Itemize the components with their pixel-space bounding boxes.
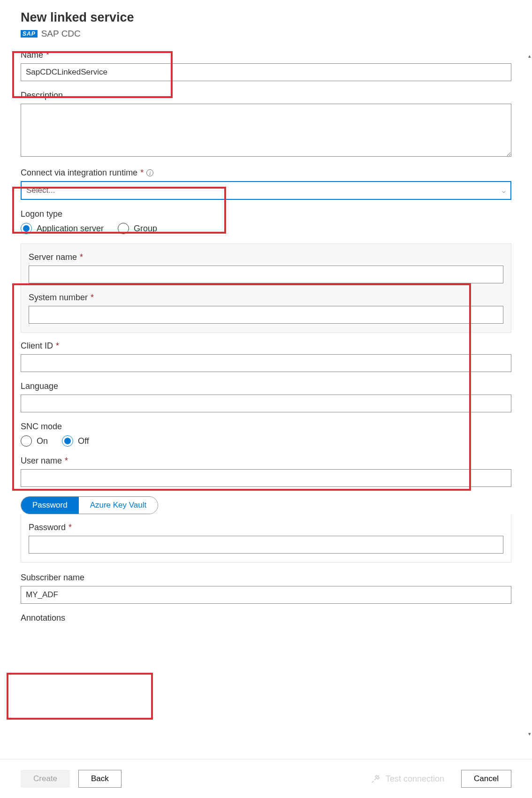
password-input[interactable]: [29, 536, 503, 554]
integration-runtime-placeholder: Select...: [26, 186, 55, 195]
required-asterisk: *: [68, 523, 72, 532]
scroll-down-arrow-icon: ▾: [528, 731, 531, 737]
user-name-label: User name: [21, 456, 62, 466]
language-field: Language: [21, 381, 511, 412]
logon-type-app-label: Application server: [37, 224, 104, 234]
logon-type-field: Logon type Application server Group: [21, 209, 511, 234]
integration-runtime-label: Connect via integration runtime: [21, 168, 137, 178]
logon-type-group-label: Group: [134, 224, 157, 234]
create-button[interactable]: Create: [21, 770, 70, 788]
radio-icon: [21, 435, 32, 447]
radio-icon: [118, 223, 129, 234]
form-scroll-area[interactable]: New linked service SAP SAP CDC Name * De…: [0, 0, 532, 740]
scroll-up-arrow-icon: ▴: [528, 53, 531, 59]
radio-icon: [21, 223, 32, 234]
back-button[interactable]: Back: [78, 770, 122, 788]
test-connection-button[interactable]: Test connection: [371, 774, 444, 784]
radio-icon: [62, 435, 73, 447]
snc-off-label: Off: [78, 436, 89, 446]
connector-name: SAP CDC: [41, 29, 81, 39]
required-asterisk: *: [65, 456, 68, 466]
server-name-input[interactable]: [29, 266, 503, 283]
logon-type-label: Logon type: [21, 209, 62, 219]
subscriber-name-input[interactable]: [21, 586, 511, 604]
language-input[interactable]: [21, 395, 511, 412]
system-number-label: System number: [29, 293, 88, 303]
plug-icon: [371, 774, 381, 784]
description-label: Description: [21, 91, 63, 100]
logon-type-app-server-radio[interactable]: Application server: [21, 223, 104, 234]
required-asterisk: *: [46, 50, 49, 60]
user-name-field: User name *: [21, 456, 511, 487]
test-connection-label: Test connection: [386, 774, 444, 784]
name-label: Name: [21, 50, 43, 60]
highlight-box: [7, 673, 153, 720]
server-name-field: Server name *: [29, 252, 503, 283]
required-asterisk: *: [91, 293, 94, 303]
server-details-box: Server name * System number *: [21, 243, 511, 333]
description-field: Description: [21, 91, 511, 159]
password-box: Password *: [21, 514, 511, 562]
snc-mode-label: SNC mode: [21, 422, 62, 432]
client-id-label: Client ID: [21, 341, 53, 351]
server-name-label: Server name: [29, 252, 77, 262]
password-label: Password: [29, 523, 66, 532]
annotations-field: Annotations: [21, 613, 511, 623]
page-title: New linked service: [21, 10, 511, 25]
chevron-down-icon: ⌵: [502, 187, 506, 194]
subscriber-name-label: Subscriber name: [21, 573, 84, 583]
system-number-input[interactable]: [29, 306, 503, 324]
azure-key-vault-tab[interactable]: Azure Key Vault: [79, 497, 158, 514]
snc-on-label: On: [37, 436, 48, 446]
password-tab[interactable]: Password: [21, 497, 79, 514]
user-name-input[interactable]: [21, 469, 511, 487]
integration-runtime-select[interactable]: Select... ⌵: [21, 181, 511, 200]
required-asterisk: *: [56, 341, 59, 351]
integration-runtime-field: Connect via integration runtime * i Sele…: [21, 168, 511, 200]
required-asterisk: *: [80, 252, 83, 262]
connector-row: SAP SAP CDC: [21, 29, 511, 39]
name-field: Name *: [21, 50, 511, 81]
sap-icon: SAP: [21, 30, 38, 38]
logon-type-group-radio[interactable]: Group: [118, 223, 157, 234]
annotations-label: Annotations: [21, 613, 65, 623]
snc-on-radio[interactable]: On: [21, 435, 48, 447]
snc-off-radio[interactable]: Off: [62, 435, 89, 447]
footer-bar: Create Back Test connection Cancel: [0, 759, 532, 798]
required-asterisk: *: [140, 168, 144, 178]
client-id-field: Client ID *: [21, 341, 511, 372]
name-input[interactable]: [21, 63, 511, 81]
password-tabs: Password Azure Key Vault: [21, 496, 158, 514]
snc-mode-field: SNC mode On Off: [21, 422, 511, 447]
language-label: Language: [21, 381, 58, 391]
password-section: Password Azure Key Vault Password *: [21, 496, 511, 562]
client-id-input[interactable]: [21, 354, 511, 372]
cancel-button[interactable]: Cancel: [461, 770, 511, 788]
description-input[interactable]: [21, 104, 511, 157]
subscriber-name-field: Subscriber name: [21, 573, 511, 604]
info-icon[interactable]: i: [146, 169, 153, 176]
system-number-field: System number *: [29, 293, 503, 324]
